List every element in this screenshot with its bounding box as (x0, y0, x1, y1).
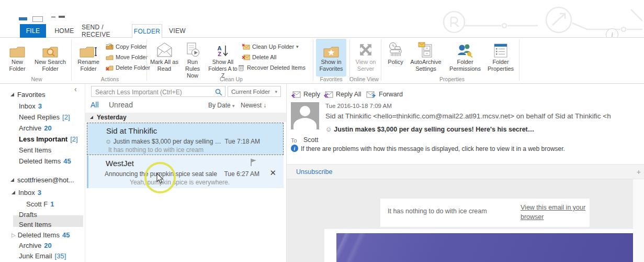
clean-up-folder-button[interactable]: Clean Up Folder ▾ (242, 42, 299, 51)
mark-all-as-read-button[interactable]: Mark All as Read (150, 39, 179, 77)
reply-button[interactable]: Reply (291, 91, 320, 98)
search-folder-icon (31, 39, 69, 58)
ribbon: New Folder New Search Folder New R (0, 38, 644, 84)
tab-file[interactable]: FILE (20, 24, 46, 38)
search-scope-dropdown[interactable]: Current Folder ▾ (228, 86, 281, 97)
autoarchive-icon (407, 39, 445, 58)
favorites-folder-icon (316, 39, 346, 58)
group-label-online-view: Online View (347, 76, 381, 82)
permissions-people-icon (446, 39, 484, 58)
reply-all-icon (323, 91, 333, 98)
group-label-clean-up: Clean Up (150, 76, 313, 82)
run-rules-icon (180, 39, 205, 58)
mouse-cursor (156, 173, 164, 184)
reply-icon (291, 91, 301, 98)
email-content-frame (324, 229, 633, 262)
preheader-box: It has nothing to do with ice cream View… (380, 199, 590, 227)
search-icon[interactable] (215, 89, 222, 96)
properties-list-icon (485, 39, 516, 58)
delete-all-icon (242, 54, 250, 60)
policy-button[interactable]: Policy (385, 39, 406, 77)
collapsed-triangle-icon: ▷ (12, 232, 16, 238)
recover-deleted-items-button[interactable]: Recover Deleted Items (238, 63, 306, 72)
info-icon: i (291, 145, 298, 152)
quick-access-icon[interactable] (51, 16, 55, 18)
message-body: It has nothing to do with ice cream View… (287, 179, 644, 262)
sort-order-toggle[interactable]: Newest ↓ (241, 102, 266, 109)
policy-icon (385, 39, 406, 58)
expanded-triangle-icon (10, 93, 14, 96)
delete-folder-icon (106, 64, 114, 71)
plus-icon[interactable]: + (637, 168, 641, 176)
show-in-favorites-button[interactable]: Show in Favorites (316, 39, 346, 77)
search-input[interactable] (94, 87, 211, 97)
view-in-browser-link[interactable]: View this email in your browser (521, 203, 589, 222)
dropdown-arrow-icon: ▾ (296, 44, 299, 49)
quick-access-icon[interactable] (19, 17, 27, 20)
rename-folder-icon (74, 39, 103, 58)
filter-unread[interactable]: Unread (109, 101, 133, 109)
search-box[interactable] (91, 86, 225, 97)
to-recipient[interactable]: Scott (303, 136, 319, 144)
outlook-window: i FILE HOME SEND / RECEIVE FOLDER VIEW N… (0, 0, 644, 262)
message-list: Current Folder ▾ All Unread By Date ▾ Ne… (85, 84, 286, 262)
group-separator (146, 39, 147, 81)
group-separator (349, 39, 350, 81)
message-date: Tue 2016-10-18 7:09 AM (325, 103, 392, 109)
quick-access-icon[interactable] (32, 16, 43, 22)
sidebar-item-account-deleted-items[interactable]: ▷ Deleted Items45 (0, 230, 95, 241)
reply-all-button[interactable]: Reply All (323, 91, 361, 98)
view-on-server-button: View on Server (352, 39, 380, 77)
down-arrow-icon: ↓ (263, 102, 266, 109)
group-label-favorites: Favorites (314, 76, 348, 82)
sidebar-header-account[interactable]: scottfriesen@hot... (0, 174, 94, 185)
tab-home[interactable]: HOME (50, 24, 78, 38)
tab-folder[interactable]: FOLDER (132, 24, 162, 38)
flag-icon[interactable] (250, 158, 257, 167)
sidebar-item-account-inbox[interactable]: Inbox3 (0, 187, 95, 198)
group-label-new: New (4, 76, 69, 82)
group-label-actions: Actions (73, 76, 146, 82)
new-folder-button[interactable]: New Folder (4, 39, 30, 77)
forward-icon (366, 91, 376, 98)
tab-send-receive[interactable]: SEND / RECEIVE (82, 24, 130, 38)
date-group-header[interactable]: Yesterday (85, 113, 286, 122)
move-folder-icon (106, 54, 114, 60)
message-from: Sid at Thinkific <hello=thinkific.com@ma… (325, 112, 644, 120)
autoarchive-settings-button[interactable]: AutoArchive Settings (407, 39, 445, 77)
move-folder-button[interactable]: Move Folder (106, 52, 148, 62)
group-label-properties: Properties (385, 76, 519, 82)
email-list-item-westjet[interactable]: WestJet Announcing the pumpkin spice sea… (87, 156, 284, 188)
clean-up-folder-icon (242, 43, 250, 50)
folder-properties-button[interactable]: Folder Properties (485, 39, 516, 77)
quick-access-icon[interactable] (59, 16, 65, 18)
display-problem-infobar[interactable]: If there are problems with how this mess… (301, 145, 565, 152)
expanded-triangle-icon (12, 191, 15, 194)
sender-avatar (291, 102, 319, 129)
sort-by-dropdown[interactable]: By Date ▾ (208, 102, 235, 109)
tab-view[interactable]: VIEW (165, 24, 189, 38)
show-all-folders-a-to-z-button[interactable]: AZ Show All Folders A to Z (206, 39, 240, 77)
group-separator (519, 39, 519, 81)
unsubscribe-link[interactable]: Unsubscribe (296, 168, 332, 176)
exchange-x-icon (352, 39, 380, 58)
sidebar-header-favorites[interactable]: Favorites (0, 89, 94, 100)
new-search-folder-button[interactable]: New Search Folder (31, 39, 69, 77)
open-envelope-icon (150, 39, 179, 58)
scrollbar-track[interactable] (633, 179, 644, 262)
to-label: To (291, 137, 297, 144)
filter-all[interactable]: All (91, 101, 99, 109)
recycle-bin-icon (238, 64, 245, 71)
email-banner-image (336, 233, 633, 262)
folder-icon (4, 39, 30, 58)
delete-all-button[interactable]: Delete All (242, 52, 276, 62)
emoji-smiley-icon: ☺ (105, 138, 111, 145)
rename-folder-button[interactable]: Rename Folder (74, 39, 103, 77)
delete-folder-button[interactable]: Delete Folder (106, 63, 150, 72)
delete-item-icon[interactable]: ✕ (269, 168, 276, 178)
forward-button[interactable]: Forward (366, 91, 403, 98)
copy-folder-button[interactable]: Copy Folder (106, 42, 147, 51)
run-rules-now-button[interactable]: Run Rules Now (180, 39, 205, 77)
folder-permissions-button[interactable]: Folder Permissions (446, 39, 484, 77)
email-list-item-sid-at-thinkific[interactable]: Sid at Thinkific ☺ Justin makes $3,000 p… (87, 123, 284, 155)
